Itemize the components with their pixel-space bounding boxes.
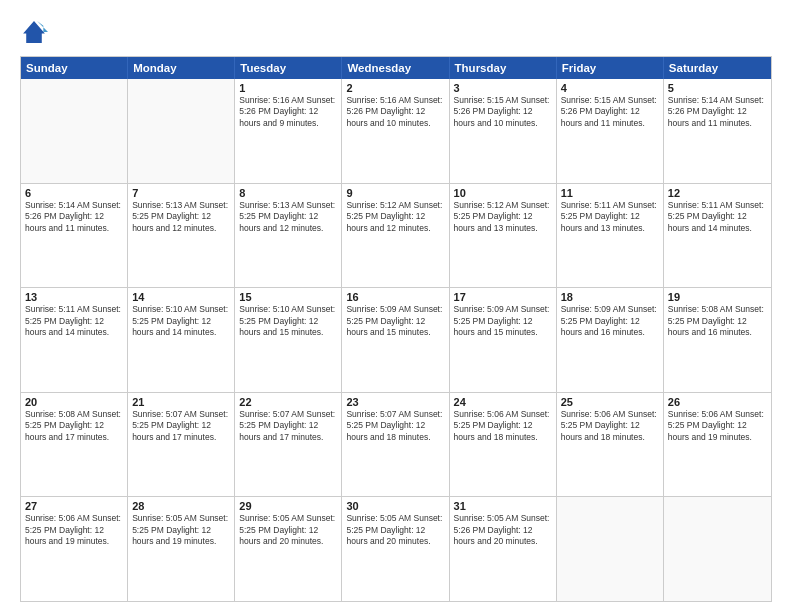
- weekday-header-friday: Friday: [557, 57, 664, 79]
- cell-info: Sunrise: 5:10 AM Sunset: 5:25 PM Dayligh…: [239, 304, 337, 338]
- logo: [20, 18, 52, 46]
- cell-info: Sunrise: 5:12 AM Sunset: 5:25 PM Dayligh…: [454, 200, 552, 234]
- calendar-cell: 26Sunrise: 5:06 AM Sunset: 5:25 PM Dayli…: [664, 393, 771, 497]
- cell-info: Sunrise: 5:14 AM Sunset: 5:26 PM Dayligh…: [25, 200, 123, 234]
- calendar-row-0: 1Sunrise: 5:16 AM Sunset: 5:26 PM Daylig…: [21, 79, 771, 183]
- calendar-cell: [21, 79, 128, 183]
- calendar-cell: 8Sunrise: 5:13 AM Sunset: 5:25 PM Daylig…: [235, 184, 342, 288]
- cell-info: Sunrise: 5:05 AM Sunset: 5:25 PM Dayligh…: [239, 513, 337, 547]
- day-number: 1: [239, 82, 337, 94]
- cell-info: Sunrise: 5:09 AM Sunset: 5:25 PM Dayligh…: [346, 304, 444, 338]
- cell-info: Sunrise: 5:08 AM Sunset: 5:25 PM Dayligh…: [668, 304, 767, 338]
- calendar: SundayMondayTuesdayWednesdayThursdayFrid…: [20, 56, 772, 602]
- day-number: 6: [25, 187, 123, 199]
- calendar-cell: 25Sunrise: 5:06 AM Sunset: 5:25 PM Dayli…: [557, 393, 664, 497]
- calendar-row-3: 20Sunrise: 5:08 AM Sunset: 5:25 PM Dayli…: [21, 392, 771, 497]
- day-number: 22: [239, 396, 337, 408]
- calendar-cell: 24Sunrise: 5:06 AM Sunset: 5:25 PM Dayli…: [450, 393, 557, 497]
- calendar-cell: 5Sunrise: 5:14 AM Sunset: 5:26 PM Daylig…: [664, 79, 771, 183]
- calendar-cell: 23Sunrise: 5:07 AM Sunset: 5:25 PM Dayli…: [342, 393, 449, 497]
- calendar-row-2: 13Sunrise: 5:11 AM Sunset: 5:25 PM Dayli…: [21, 287, 771, 392]
- day-number: 11: [561, 187, 659, 199]
- cell-info: Sunrise: 5:10 AM Sunset: 5:25 PM Dayligh…: [132, 304, 230, 338]
- day-number: 17: [454, 291, 552, 303]
- calendar-cell: 22Sunrise: 5:07 AM Sunset: 5:25 PM Dayli…: [235, 393, 342, 497]
- day-number: 10: [454, 187, 552, 199]
- calendar-cell: 21Sunrise: 5:07 AM Sunset: 5:25 PM Dayli…: [128, 393, 235, 497]
- calendar-cell: 4Sunrise: 5:15 AM Sunset: 5:26 PM Daylig…: [557, 79, 664, 183]
- day-number: 14: [132, 291, 230, 303]
- cell-info: Sunrise: 5:08 AM Sunset: 5:25 PM Dayligh…: [25, 409, 123, 443]
- weekday-header-saturday: Saturday: [664, 57, 771, 79]
- day-number: 12: [668, 187, 767, 199]
- day-number: 20: [25, 396, 123, 408]
- day-number: 4: [561, 82, 659, 94]
- calendar-row-4: 27Sunrise: 5:06 AM Sunset: 5:25 PM Dayli…: [21, 496, 771, 601]
- day-number: 2: [346, 82, 444, 94]
- calendar-cell: 14Sunrise: 5:10 AM Sunset: 5:25 PM Dayli…: [128, 288, 235, 392]
- calendar-cell: 28Sunrise: 5:05 AM Sunset: 5:25 PM Dayli…: [128, 497, 235, 601]
- cell-info: Sunrise: 5:05 AM Sunset: 5:25 PM Dayligh…: [132, 513, 230, 547]
- day-number: 26: [668, 396, 767, 408]
- cell-info: Sunrise: 5:16 AM Sunset: 5:26 PM Dayligh…: [346, 95, 444, 129]
- weekday-header-sunday: Sunday: [21, 57, 128, 79]
- calendar-cell: [557, 497, 664, 601]
- day-number: 3: [454, 82, 552, 94]
- calendar-header: SundayMondayTuesdayWednesdayThursdayFrid…: [21, 57, 771, 79]
- calendar-cell: 31Sunrise: 5:05 AM Sunset: 5:26 PM Dayli…: [450, 497, 557, 601]
- calendar-cell: 12Sunrise: 5:11 AM Sunset: 5:25 PM Dayli…: [664, 184, 771, 288]
- calendar-cell: 7Sunrise: 5:13 AM Sunset: 5:25 PM Daylig…: [128, 184, 235, 288]
- weekday-header-monday: Monday: [128, 57, 235, 79]
- calendar-cell: 13Sunrise: 5:11 AM Sunset: 5:25 PM Dayli…: [21, 288, 128, 392]
- day-number: 8: [239, 187, 337, 199]
- cell-info: Sunrise: 5:12 AM Sunset: 5:25 PM Dayligh…: [346, 200, 444, 234]
- calendar-cell: 9Sunrise: 5:12 AM Sunset: 5:25 PM Daylig…: [342, 184, 449, 288]
- calendar-cell: 10Sunrise: 5:12 AM Sunset: 5:25 PM Dayli…: [450, 184, 557, 288]
- logo-icon: [20, 18, 48, 46]
- calendar-cell: 17Sunrise: 5:09 AM Sunset: 5:25 PM Dayli…: [450, 288, 557, 392]
- day-number: 16: [346, 291, 444, 303]
- cell-info: Sunrise: 5:05 AM Sunset: 5:26 PM Dayligh…: [454, 513, 552, 547]
- calendar-cell: 29Sunrise: 5:05 AM Sunset: 5:25 PM Dayli…: [235, 497, 342, 601]
- day-number: 21: [132, 396, 230, 408]
- svg-marker-0: [23, 21, 45, 43]
- day-number: 9: [346, 187, 444, 199]
- cell-info: Sunrise: 5:06 AM Sunset: 5:25 PM Dayligh…: [25, 513, 123, 547]
- calendar-cell: 1Sunrise: 5:16 AM Sunset: 5:26 PM Daylig…: [235, 79, 342, 183]
- cell-info: Sunrise: 5:15 AM Sunset: 5:26 PM Dayligh…: [561, 95, 659, 129]
- cell-info: Sunrise: 5:06 AM Sunset: 5:25 PM Dayligh…: [561, 409, 659, 443]
- weekday-header-wednesday: Wednesday: [342, 57, 449, 79]
- cell-info: Sunrise: 5:11 AM Sunset: 5:25 PM Dayligh…: [668, 200, 767, 234]
- calendar-cell: 20Sunrise: 5:08 AM Sunset: 5:25 PM Dayli…: [21, 393, 128, 497]
- day-number: 15: [239, 291, 337, 303]
- day-number: 24: [454, 396, 552, 408]
- calendar-body: 1Sunrise: 5:16 AM Sunset: 5:26 PM Daylig…: [21, 79, 771, 601]
- calendar-cell: 3Sunrise: 5:15 AM Sunset: 5:26 PM Daylig…: [450, 79, 557, 183]
- cell-info: Sunrise: 5:11 AM Sunset: 5:25 PM Dayligh…: [561, 200, 659, 234]
- calendar-cell: 30Sunrise: 5:05 AM Sunset: 5:25 PM Dayli…: [342, 497, 449, 601]
- calendar-row-1: 6Sunrise: 5:14 AM Sunset: 5:26 PM Daylig…: [21, 183, 771, 288]
- weekday-header-thursday: Thursday: [450, 57, 557, 79]
- day-number: 23: [346, 396, 444, 408]
- page: SundayMondayTuesdayWednesdayThursdayFrid…: [0, 0, 792, 612]
- cell-info: Sunrise: 5:15 AM Sunset: 5:26 PM Dayligh…: [454, 95, 552, 129]
- day-number: 5: [668, 82, 767, 94]
- cell-info: Sunrise: 5:07 AM Sunset: 5:25 PM Dayligh…: [346, 409, 444, 443]
- calendar-cell: 11Sunrise: 5:11 AM Sunset: 5:25 PM Dayli…: [557, 184, 664, 288]
- calendar-cell: [128, 79, 235, 183]
- day-number: 27: [25, 500, 123, 512]
- cell-info: Sunrise: 5:16 AM Sunset: 5:26 PM Dayligh…: [239, 95, 337, 129]
- day-number: 31: [454, 500, 552, 512]
- day-number: 13: [25, 291, 123, 303]
- calendar-cell: 18Sunrise: 5:09 AM Sunset: 5:25 PM Dayli…: [557, 288, 664, 392]
- cell-info: Sunrise: 5:13 AM Sunset: 5:25 PM Dayligh…: [239, 200, 337, 234]
- cell-info: Sunrise: 5:09 AM Sunset: 5:25 PM Dayligh…: [454, 304, 552, 338]
- weekday-header-tuesday: Tuesday: [235, 57, 342, 79]
- cell-info: Sunrise: 5:13 AM Sunset: 5:25 PM Dayligh…: [132, 200, 230, 234]
- calendar-cell: 6Sunrise: 5:14 AM Sunset: 5:26 PM Daylig…: [21, 184, 128, 288]
- day-number: 19: [668, 291, 767, 303]
- calendar-cell: 27Sunrise: 5:06 AM Sunset: 5:25 PM Dayli…: [21, 497, 128, 601]
- cell-info: Sunrise: 5:07 AM Sunset: 5:25 PM Dayligh…: [132, 409, 230, 443]
- calendar-cell: 2Sunrise: 5:16 AM Sunset: 5:26 PM Daylig…: [342, 79, 449, 183]
- calendar-cell: 15Sunrise: 5:10 AM Sunset: 5:25 PM Dayli…: [235, 288, 342, 392]
